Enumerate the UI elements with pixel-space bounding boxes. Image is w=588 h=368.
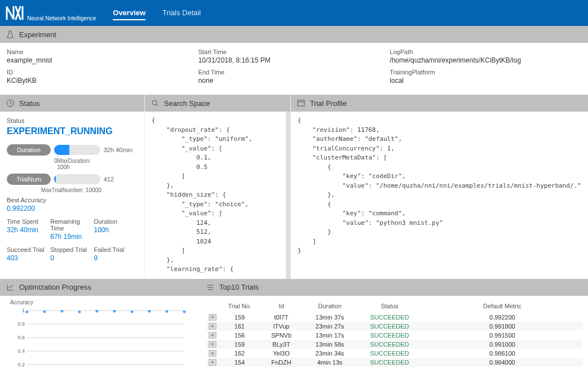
td-id: BLy3T bbox=[260, 341, 303, 348]
scrollbar[interactable] bbox=[286, 112, 290, 279]
expand-button[interactable]: + bbox=[209, 323, 216, 330]
expand-button[interactable]: + bbox=[209, 341, 216, 348]
svg-point-28 bbox=[60, 309, 63, 312]
svg-text:0.6: 0.6 bbox=[17, 335, 24, 340]
app-header: Neural Network Intelligence Overview Tri… bbox=[0, 0, 588, 26]
end-label: End Time bbox=[198, 69, 390, 76]
section-experiment-label: Experiment bbox=[19, 30, 56, 39]
td-duration: 4min 13s bbox=[303, 359, 357, 366]
expand-button[interactable]: + bbox=[209, 314, 216, 321]
td-metric: 0.986100 bbox=[422, 350, 582, 357]
logo-icon bbox=[6, 3, 28, 23]
remaining-time-value: 67h 19min bbox=[50, 233, 94, 241]
name-value: example_mnist bbox=[7, 56, 198, 64]
trialnum-max: MaxTrialNumber: 10000 bbox=[7, 187, 138, 193]
svg-text:0.2: 0.2 bbox=[17, 361, 24, 367]
duration-stat-label: Duration bbox=[94, 218, 138, 225]
svg-point-1 bbox=[152, 100, 157, 105]
svg-text:0.4: 0.4 bbox=[17, 348, 24, 353]
section-search-label: Search Space bbox=[164, 99, 210, 108]
flask-icon bbox=[6, 30, 15, 39]
chart-icon bbox=[6, 283, 15, 292]
section-search-space: Search Space bbox=[145, 95, 290, 112]
trial-profile-code: { "revision": 11768, "authorName": "defa… bbox=[291, 112, 588, 279]
tab-trials-detail[interactable]: Trials Detail bbox=[162, 6, 201, 20]
expand-button[interactable]: + bbox=[209, 350, 216, 357]
td-trial: 162 bbox=[219, 350, 260, 357]
logpath-label: LogPath bbox=[390, 48, 581, 55]
failed-value: 9 bbox=[94, 254, 138, 262]
brand-text: Neural Network Intelligence bbox=[27, 15, 96, 21]
logpath-value: /home/quzha/nni/experiments/KCiBytKB/log bbox=[390, 56, 581, 64]
failed-label: Failed Trial bbox=[94, 246, 138, 253]
th-duration: Duration bbox=[303, 303, 357, 309]
td-id: Yel3O bbox=[260, 350, 303, 357]
time-spent-value: 32h 40min bbox=[7, 226, 50, 234]
name-label: Name bbox=[7, 48, 198, 55]
svg-point-32 bbox=[130, 310, 133, 313]
id-value: KCiBytKB bbox=[7, 77, 198, 85]
trialnum-bar bbox=[54, 174, 100, 184]
table-row: +161ITVup23min 27sSUCCEEDED0.991800 bbox=[206, 322, 582, 331]
td-metric: 0.984000 bbox=[422, 359, 582, 366]
td-id: ITVup bbox=[260, 323, 303, 330]
platform-value: local bbox=[390, 77, 581, 85]
expand-button[interactable]: + bbox=[209, 332, 216, 339]
trialnum-button[interactable]: TrialNum bbox=[7, 174, 51, 185]
td-metric: 0.991000 bbox=[422, 341, 582, 348]
td-metric: 0.992200 bbox=[422, 314, 582, 321]
best-accuracy-value: 0.992200 bbox=[7, 205, 138, 212]
duration-stat-value: 100h bbox=[94, 226, 138, 234]
list-icon bbox=[206, 283, 215, 292]
tab-overview[interactable]: Overview bbox=[113, 6, 145, 20]
section-optimization: Optimization Progress bbox=[0, 279, 200, 296]
svg-text:1: 1 bbox=[22, 308, 25, 313]
start-label: Start Time bbox=[198, 48, 390, 55]
td-id: t0I7T bbox=[260, 314, 303, 321]
search-icon bbox=[151, 99, 160, 108]
td-duration: 23min 27s bbox=[303, 323, 357, 330]
svg-point-26 bbox=[25, 310, 28, 313]
duration-max: MaxDuration: 100h bbox=[58, 158, 101, 170]
duration-button[interactable]: Duration bbox=[7, 144, 51, 156]
th-id: Id bbox=[260, 303, 303, 309]
section-status: Status bbox=[0, 95, 144, 112]
td-status: SUCCEEDED bbox=[357, 350, 422, 357]
profile-icon bbox=[297, 99, 306, 108]
table-row: +159BLy3T13min 58sSUCCEEDED0.991000 bbox=[206, 340, 582, 349]
best-accuracy-label: Best Accuracy bbox=[7, 197, 138, 203]
section-profile-label: Trial Profile bbox=[310, 99, 347, 108]
table-row: +159t0I7T13min 37sSUCCEEDED0.992200 bbox=[206, 313, 582, 322]
svg-text:0.8: 0.8 bbox=[17, 321, 24, 327]
th-metric: Default Metric bbox=[422, 303, 582, 309]
expand-button[interactable]: + bbox=[209, 359, 216, 366]
td-duration: 13min 37s bbox=[303, 314, 357, 321]
succeed-value: 403 bbox=[7, 254, 50, 262]
table-row: +162Yel3O23min 34sSUCCEEDED0.986100 bbox=[206, 349, 582, 358]
svg-point-30 bbox=[95, 309, 98, 312]
td-trial: 156 bbox=[219, 332, 260, 339]
section-experiment: Experiment bbox=[0, 26, 588, 43]
td-trial: 159 bbox=[219, 341, 260, 348]
remaining-time-label: Remaining Time bbox=[50, 218, 94, 232]
td-trial: 154 bbox=[219, 359, 260, 366]
svg-point-27 bbox=[43, 310, 46, 313]
svg-rect-2 bbox=[298, 100, 304, 106]
td-status: SUCCEEDED bbox=[357, 314, 422, 321]
td-duration: 23min 34s bbox=[303, 350, 357, 357]
section-trial-profile: Trial Profile bbox=[291, 95, 588, 112]
td-metric: 0.991500 bbox=[422, 332, 582, 339]
td-status: SUCCEEDED bbox=[357, 341, 422, 348]
status-label: Status bbox=[7, 117, 138, 124]
td-metric: 0.991800 bbox=[422, 323, 582, 330]
duration-text: 32h 40min bbox=[104, 147, 138, 153]
time-spent-label: Time Spent bbox=[7, 218, 50, 225]
td-id: SPNVb bbox=[260, 332, 303, 339]
td-trial: 161 bbox=[219, 323, 260, 330]
th-trial: Trial No. bbox=[219, 303, 260, 309]
search-space-code: { "dropout_rate": { "_type": "uniform", … bbox=[145, 112, 286, 279]
svg-point-34 bbox=[166, 310, 169, 313]
svg-point-33 bbox=[148, 309, 151, 312]
end-value: none bbox=[198, 77, 390, 85]
section-top10: Top10 Trials bbox=[200, 279, 588, 296]
